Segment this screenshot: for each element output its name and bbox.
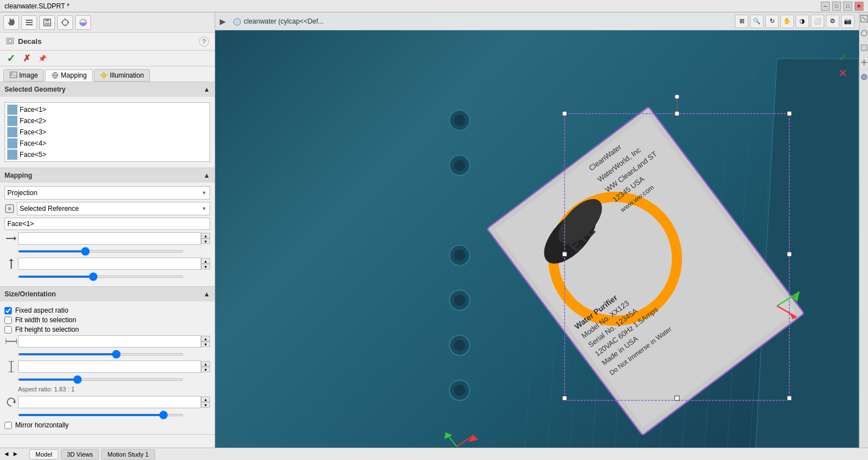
height-down-button[interactable]: ▼ [201, 367, 210, 372]
offset-x-input[interactable]: -20.00802724mm [18, 232, 201, 245]
angle-slider[interactable] [18, 414, 184, 416]
section-view-button[interactable]: ⬜ [811, 15, 824, 28]
ok-button[interactable]: ✓ [4, 52, 17, 65]
viewport-cancel-button[interactable]: ✕ [838, 66, 848, 80]
svg-line-109 [862, 17, 866, 20]
view-settings-button[interactable]: ⚙ [826, 15, 839, 28]
right-icon-2[interactable] [860, 29, 868, 37]
tab-image[interactable]: Image [3, 69, 44, 82]
expand-icon[interactable]: ▶ [220, 17, 226, 26]
view-orient-button[interactable]: ⊞ [735, 15, 748, 28]
arrow-up-icon [8, 259, 15, 269]
mirror-row: Mirror horizontally [4, 421, 210, 429]
fixed-aspect-label: Fixed aspect ratio [15, 306, 69, 314]
pin-button[interactable]: 📌 [36, 52, 48, 65]
face-input[interactable] [4, 218, 210, 230]
tab-mapping[interactable]: Mapping [45, 69, 93, 82]
viewport-controls: ⊞ 🔍 ↻ ✋ ◑ ⬜ ⚙ 📷 [735, 15, 855, 28]
height-up-button[interactable]: ▲ [201, 361, 210, 367]
offset-y-slider[interactable] [18, 276, 184, 278]
fit-height-checkbox[interactable] [4, 326, 12, 333]
height-slider[interactable] [18, 378, 184, 381]
viewport-accept-button[interactable]: ✓ [838, 51, 848, 64]
right-icon-3[interactable] [860, 44, 868, 52]
svg-rect-2 [26, 24, 33, 25]
svg-point-25 [8, 207, 11, 210]
mapping-icon [51, 71, 59, 79]
right-icon-5[interactable] [860, 73, 868, 81]
close-button[interactable]: ✕ [855, 2, 864, 11]
list-item: Face<1> [6, 104, 208, 115]
svg-marker-27 [14, 236, 16, 241]
offset-y-down-button[interactable]: ▼ [201, 264, 210, 269]
svg-point-57 [454, 295, 465, 306]
svg-rect-91 [787, 111, 792, 116]
collapse-geometry-icon: ▲ [203, 85, 210, 93]
3d-scene: ETL CleanWater WaterWorld, Inc WW CleanL… [215, 30, 859, 448]
part-icon [233, 17, 242, 26]
svg-point-114 [861, 74, 867, 80]
svg-point-51 [454, 115, 465, 126]
titlebar: cleanwater.SLDPRT * ─ □ □ ✕ [0, 0, 868, 12]
save-tool-button[interactable] [39, 15, 55, 30]
right-icon-1[interactable] [860, 15, 868, 22]
fixed-aspect-row: Fixed aspect ratio [4, 306, 210, 314]
angle-input[interactable]: 90.00deg [18, 396, 201, 408]
projection-select[interactable]: Projection Spherical Cylindrical Planar [4, 186, 210, 200]
svg-rect-95 [675, 396, 679, 400]
minimize-button[interactable]: ─ [821, 2, 830, 11]
display-style-button[interactable]: ◑ [796, 15, 809, 28]
offset-y-up-button[interactable]: ▲ [201, 258, 210, 264]
toolbar-row [0, 12, 215, 33]
angle-down-button[interactable]: ▼ [201, 402, 210, 408]
cancel-button[interactable]: ✗ [20, 52, 33, 65]
list-tool-button[interactable] [21, 15, 37, 30]
height-dimension-icon [7, 361, 15, 372]
maximize-button[interactable]: □ [843, 2, 852, 11]
svg-point-98 [675, 94, 679, 99]
selected-reference-select[interactable]: Selected Reference Face Normal None [17, 202, 210, 215]
height-wrap: 26.02727044mm ▲ ▼ [4, 360, 210, 373]
viewport-toolbar: ▶ cleanwater (cylcap<<Def... ⊞ 🔍 ↻ ✋ ◑ ⬜… [215, 12, 859, 30]
width-slider[interactable] [18, 353, 184, 355]
tab-mapping-label: Mapping [61, 71, 87, 79]
restore-button[interactable]: □ [832, 2, 841, 11]
face-icon [7, 138, 17, 148]
size-orientation-header[interactable]: Size/Orientation ▲ [0, 287, 215, 301]
width-down-button[interactable]: ▼ [201, 341, 210, 347]
offset-x-spinner: ▲ ▼ [201, 233, 210, 244]
offset-y-input[interactable]: -5.08084903mm [18, 258, 201, 270]
mapping-section-header[interactable]: Mapping ▲ [0, 168, 215, 183]
crosshair-tool-button[interactable] [57, 15, 73, 30]
window-controls: ─ □ □ ✕ [821, 2, 864, 11]
right-icon-4[interactable] [860, 58, 868, 66]
tab-illumination[interactable]: Illumination [94, 69, 150, 82]
zoom-button[interactable]: 🔍 [750, 15, 764, 28]
width-input[interactable]: 47.66899347mm [18, 335, 201, 348]
width-up-button[interactable]: ▲ [201, 336, 210, 341]
offset-x-up-button[interactable]: ▲ [201, 233, 210, 238]
fixed-aspect-checkbox[interactable] [4, 307, 12, 314]
illumination-icon [100, 71, 108, 79]
angle-up-button[interactable]: ▲ [201, 396, 210, 402]
hand-tool-button[interactable] [3, 15, 19, 30]
mirror-checkbox[interactable] [4, 422, 12, 429]
color-tool-button[interactable] [75, 15, 91, 30]
pan-button[interactable]: ✋ [780, 15, 794, 28]
tab-motion-study[interactable]: Motion Study 1 [101, 449, 154, 459]
svg-rect-1 [26, 22, 33, 23]
height-input[interactable]: 26.02727044mm [18, 360, 201, 373]
tab-model[interactable]: Model [29, 449, 58, 459]
reference-icon [4, 204, 15, 214]
help-button[interactable]: ? [199, 37, 209, 47]
nav-right-button[interactable]: ▶ [11, 450, 19, 458]
selected-geometry-header[interactable]: Selected Geometry ▲ [0, 82, 215, 97]
camera-button[interactable]: 📷 [841, 15, 855, 28]
svg-rect-90 [675, 111, 679, 116]
offset-x-down-button[interactable]: ▼ [201, 238, 210, 244]
fit-width-checkbox[interactable] [4, 317, 12, 324]
rotate-button[interactable]: ↻ [765, 15, 779, 28]
nav-left-button[interactable]: ◀ [2, 450, 10, 458]
offset-x-slider[interactable] [18, 250, 184, 252]
tab-3d-views[interactable]: 3D Views [61, 449, 99, 459]
